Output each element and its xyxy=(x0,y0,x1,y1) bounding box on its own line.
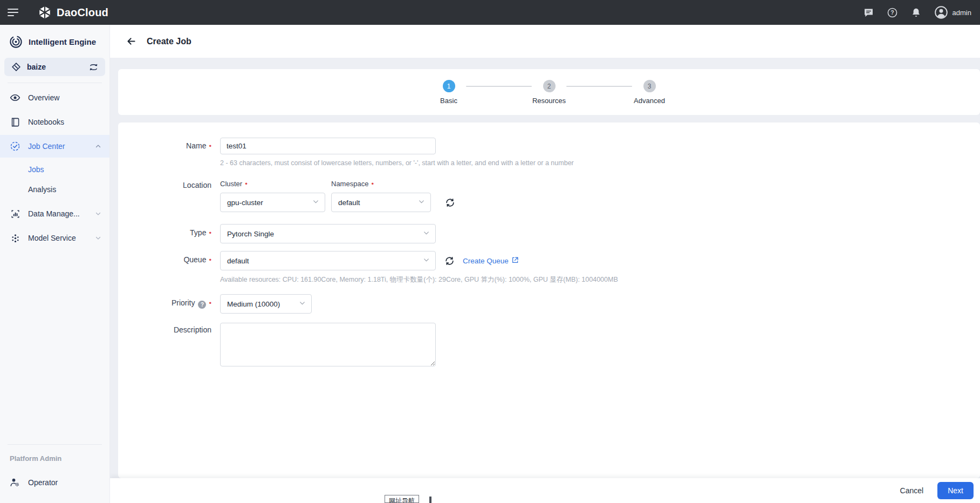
cluster-label: Cluster xyxy=(220,180,242,188)
step-basic[interactable]: 1 Basic xyxy=(431,80,466,105)
content: Create Job 1 Basic 2 Resources 3 Advance… xyxy=(110,25,980,503)
user-menu[interactable]: admin xyxy=(934,5,971,19)
sidebar-item-notebooks[interactable]: Notebooks xyxy=(0,111,109,133)
bell-icon[interactable] xyxy=(910,6,922,18)
step-label: Basic xyxy=(440,97,457,105)
sidebar-item-label: Model Service xyxy=(28,234,87,242)
sidebar-subitem-label: Jobs xyxy=(28,165,44,174)
type-value: Pytorch Single xyxy=(227,230,274,238)
main-area: 1 Basic 2 Resources 3 Advanced xyxy=(110,58,980,478)
sidebar-bottom-section: Platform Admin Operator xyxy=(0,443,109,503)
back-arrow-icon[interactable] xyxy=(124,35,138,49)
chevron-down-icon xyxy=(423,229,430,238)
sidebar-item-operator[interactable]: Operator xyxy=(0,471,109,494)
bar-chart-icon xyxy=(10,208,20,219)
queue-label: Queue xyxy=(183,255,206,264)
avatar-icon xyxy=(934,5,948,19)
description-textarea[interactable] xyxy=(220,323,436,366)
namespace-select[interactable]: default xyxy=(331,193,431,212)
refresh-queue-icon[interactable] xyxy=(444,255,455,266)
name-helper-text: 2 - 63 characters, must consist of lower… xyxy=(220,159,574,167)
priority-help-icon[interactable]: ? xyxy=(198,301,206,309)
page-header: Create Job xyxy=(110,25,980,58)
cancel-button[interactable]: Cancel xyxy=(900,486,924,495)
step-label: Resources xyxy=(532,97,566,105)
divider xyxy=(8,83,102,83)
section-label: Platform Admin xyxy=(0,448,109,471)
workspace-name: baize xyxy=(27,63,83,71)
description-label: Description xyxy=(174,325,211,334)
form-row-description: Description xyxy=(118,323,980,366)
location-label: Location xyxy=(183,181,211,189)
queue-helper-text: Available resources: CPU: 161.90Core, Me… xyxy=(220,275,618,284)
namespace-label: Namespace xyxy=(331,180,368,188)
priority-label: Priority xyxy=(172,298,195,307)
text-cursor xyxy=(429,497,431,503)
form-row-queue: Queue• default Create Que xyxy=(118,251,980,284)
form-row-priority: Priority?• Medium (10000) xyxy=(118,294,980,314)
sidebar-item-jobs[interactable]: Jobs xyxy=(0,159,109,179)
brand-name: DaoCloud xyxy=(57,6,108,19)
help-icon[interactable]: ? xyxy=(887,6,899,18)
cluster-value: gpu-cluster xyxy=(227,199,263,207)
type-label: Type xyxy=(190,228,206,237)
sidebar-item-analysis[interactable]: Analysis xyxy=(0,179,109,199)
hamburger-menu-icon[interactable] xyxy=(0,0,25,25)
sidebar-item-label: Operator xyxy=(28,478,102,487)
workspace-icon xyxy=(11,62,22,72)
external-link-icon xyxy=(511,256,519,266)
intelligent-engine-icon xyxy=(9,35,23,49)
product-header: Intelligent Engine xyxy=(0,25,109,57)
type-select[interactable]: Pytorch Single xyxy=(220,224,436,243)
sidebar-item-overview[interactable]: Overview xyxy=(0,86,109,109)
priority-value: Medium (10000) xyxy=(227,300,280,308)
divider xyxy=(8,444,102,445)
create-queue-label: Create Queue xyxy=(463,257,509,265)
brand: DaoCloud xyxy=(38,5,108,19)
cluster-select[interactable]: gpu-cluster xyxy=(220,193,325,212)
switch-workspace-icon[interactable] xyxy=(88,62,99,72)
chevron-down-icon xyxy=(312,198,319,207)
name-input[interactable] xyxy=(220,138,436,154)
required-marker: • xyxy=(209,142,211,150)
sidebar-item-job-center[interactable]: Job Center xyxy=(0,135,109,158)
sidebar-item-data-management[interactable]: Data Manage... xyxy=(0,202,109,225)
required-marker: • xyxy=(371,180,374,188)
chevron-down-icon xyxy=(94,233,102,243)
step-connector xyxy=(566,86,632,87)
step-resources[interactable]: 2 Resources xyxy=(532,80,566,105)
sidebar-item-label: Data Manage... xyxy=(28,209,87,218)
chevron-down-icon xyxy=(418,198,425,207)
product-name: Intelligent Engine xyxy=(29,37,96,46)
check-circle-icon xyxy=(10,141,20,152)
refresh-location-icon[interactable] xyxy=(444,197,455,208)
page-title: Create Job xyxy=(147,37,191,46)
svg-text:?: ? xyxy=(890,9,894,16)
nodes-icon xyxy=(10,233,20,243)
chevron-down-icon xyxy=(299,300,306,308)
required-marker: • xyxy=(245,180,248,188)
step-advanced[interactable]: 3 Advanced xyxy=(632,80,667,105)
chevron-down-icon xyxy=(94,208,102,219)
workspace-selector[interactable]: baize xyxy=(4,58,105,76)
name-label: Name xyxy=(186,141,206,150)
sidebar-nav: Overview Notebooks Job Center Jobs Analy… xyxy=(0,86,109,443)
operator-icon xyxy=(10,477,20,488)
next-button[interactable]: Next xyxy=(937,482,974,499)
username: admin xyxy=(952,9,971,17)
required-marker: • xyxy=(209,256,211,264)
queue-value: default xyxy=(227,257,249,265)
sidebar-item-label: Job Center xyxy=(28,142,87,151)
priority-select[interactable]: Medium (10000) xyxy=(220,294,312,314)
message-icon[interactable] xyxy=(863,6,875,18)
sidebar-item-model-service[interactable]: Model Service xyxy=(0,227,109,249)
create-queue-link[interactable]: Create Queue xyxy=(463,256,519,266)
step-number: 1 xyxy=(443,80,455,92)
step-number: 2 xyxy=(543,80,556,92)
queue-select[interactable]: default xyxy=(220,251,436,270)
sidebar-item-label: Notebooks xyxy=(28,118,102,126)
sidebar-subitem-label: Analysis xyxy=(28,185,56,194)
nav-overlay-box: 网址导航 xyxy=(385,495,419,503)
form-row-name: Name• 2 - 63 characters, must consist of… xyxy=(118,138,980,167)
footer-bar: Cancel Next xyxy=(110,478,980,503)
